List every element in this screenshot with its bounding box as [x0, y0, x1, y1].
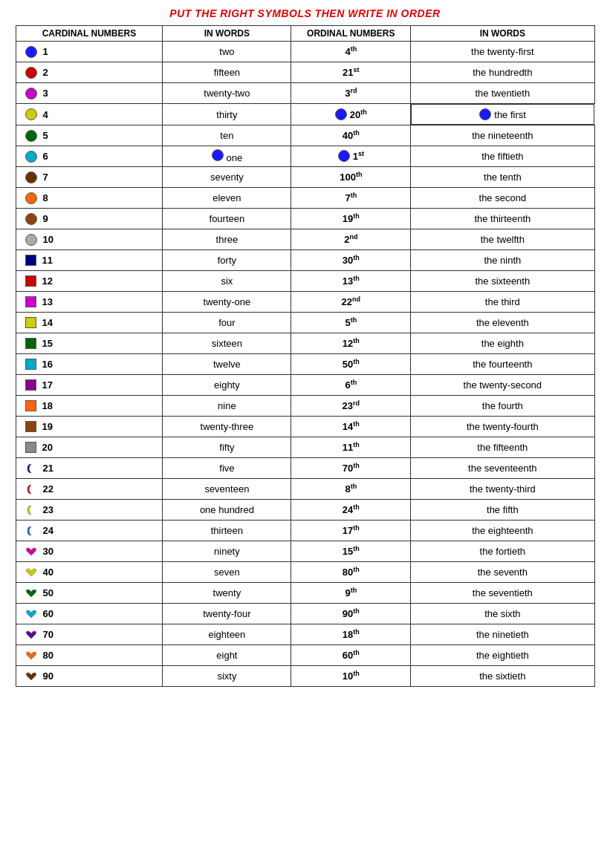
cardinal-number: 19 — [42, 421, 53, 432]
ordinal-number: 18th — [343, 628, 360, 640]
cardinal-number: 11 — [42, 255, 53, 266]
ordinal-number-cell: 30th — [291, 250, 411, 271]
ordinal-number: 40th — [343, 129, 360, 141]
word-cell: five — [163, 458, 291, 479]
symbol-number-cell: 17 — [21, 379, 158, 391]
table-row: 17eighty6ththe twenty-second — [16, 375, 594, 396]
word-cell: three — [163, 229, 291, 250]
symbol-number-cell: 20 — [21, 442, 158, 453]
word-cell: eighty — [163, 375, 291, 396]
ordinal-number: 6th — [345, 379, 357, 391]
ordinal-word: the second — [479, 192, 527, 203]
ordinal-word: the sixtieth — [479, 670, 525, 682]
square-icon — [25, 379, 36, 391]
word-cell: seventeen — [163, 479, 291, 500]
heart-icon — [25, 630, 37, 640]
ordinal-word: the twenty-second — [464, 379, 542, 391]
cardinal-number: 80 — [43, 650, 53, 661]
square-icon — [25, 317, 36, 328]
square-icon — [25, 255, 36, 266]
ordinal-word-cell: the twenty-third — [411, 479, 594, 500]
symbol-number-cell: 24 — [21, 525, 158, 537]
symbol-number-cell: 1 — [21, 46, 158, 58]
ordinal-number: 12th — [343, 337, 360, 349]
ordinal-number-cell: 20th — [291, 104, 411, 125]
ordinal-word-cell: the sixtieth — [411, 666, 594, 687]
ordinal-word: the hundredth — [473, 67, 532, 78]
ordinal-number-cell: 6th — [291, 375, 411, 396]
ordinal-word-cell: the third — [411, 292, 594, 313]
circle-icon — [25, 108, 37, 120]
ordinal-word-circle-icon — [479, 108, 491, 120]
ordinal-word-cell: the hundredth — [411, 62, 594, 83]
word-cell: thirteen — [163, 521, 291, 541]
ordinal-word-cell: the twenty-first — [411, 42, 594, 62]
ordinal-number: 24th — [343, 503, 360, 515]
heart-icon — [25, 671, 37, 682]
table-row: 22seventeen8ththe twenty-third — [16, 479, 594, 500]
table-row: 12six13ththe sixteenth — [16, 271, 594, 292]
ordinal-word-cell: the tenth — [411, 167, 594, 188]
ordinal-number-cell: 14th — [291, 417, 411, 437]
cardinal-number: 23 — [43, 504, 53, 515]
ordinal-word-cell: the fifteenth — [411, 437, 594, 458]
ordinal-word-cell: the first — [411, 104, 594, 125]
word-cell: fifteen — [163, 62, 291, 83]
ordinal-word: the eighteenth — [472, 525, 533, 536]
ordinal-word: the seventieth — [473, 587, 533, 598]
ordinal-number-cell: 8th — [291, 479, 411, 500]
ordinal-number: 30th — [343, 254, 360, 266]
ordinal-word: the nineteenth — [472, 130, 533, 141]
heart-icon — [25, 609, 37, 619]
ordinal-word-cell: the ninetieth — [411, 624, 594, 645]
ordinal-number: 23rd — [343, 399, 360, 411]
ordinal-number: 5th — [345, 316, 357, 328]
ordinal-number-cell: 50th — [291, 354, 411, 375]
ordinal-word: the twelfth — [481, 234, 525, 245]
symbol-number-cell: 50 — [21, 587, 158, 598]
table-row: 6one1stthe fiftieth — [16, 146, 594, 167]
symbol-number-cell: 18 — [21, 400, 158, 411]
ordinal-word-cell: the twelfth — [411, 229, 594, 250]
word-cell: fifty — [163, 437, 291, 458]
circle-icon — [25, 67, 37, 79]
ordinal-number: 14th — [343, 420, 360, 432]
ordinal-number-cell: 2nd — [291, 229, 411, 250]
crescent-icon — [25, 463, 37, 474]
ordinal-word-cell: the fifth — [411, 500, 594, 521]
ordinal-number: 19th — [343, 212, 360, 224]
ordinal-circle-icon — [338, 150, 350, 162]
ordinal-number: 10th — [343, 670, 360, 682]
square-icon — [25, 338, 36, 349]
circle-icon — [25, 130, 37, 142]
ordinal-number: 20th — [350, 108, 367, 120]
table-row: 23one hundred24ththe fifth — [16, 500, 594, 521]
crescent-icon — [25, 483, 37, 495]
symbol-number-cell: 80 — [21, 650, 158, 661]
symbol-number-cell: 40 — [21, 567, 158, 578]
word-cell: ninety — [163, 541, 291, 562]
ordinal-word-cell: the eleventh — [411, 313, 594, 333]
ordinal-number: 4th — [345, 45, 357, 57]
table-row: 30ninety15ththe fortieth — [16, 541, 594, 562]
circle-icon — [25, 213, 37, 225]
cardinal-number: 22 — [43, 483, 53, 495]
ordinal-word-cell: the nineteenth — [411, 125, 594, 146]
cardinal-number: 18 — [42, 400, 53, 411]
ordinal-number-cell: 40th — [291, 125, 411, 146]
cardinal-number: 40 — [43, 567, 53, 578]
page-title: PUT THE RIGHT SYMBOLS THEN WRITE IN ORDE… — [169, 7, 440, 19]
ordinal-number-cell: 13th — [291, 271, 411, 292]
ordinal-number: 15th — [343, 545, 360, 557]
symbol-number-cell: 4 — [21, 108, 158, 120]
cardinal-number: 5 — [43, 130, 48, 141]
symbol-number-cell: 5 — [21, 130, 158, 142]
ordinal-number: 100th — [340, 171, 362, 183]
ordinal-word: the first — [494, 109, 526, 120]
word-cell: six — [163, 271, 291, 292]
ordinal-word: the sixteenth — [475, 275, 530, 287]
cardinal-number: 15 — [42, 338, 53, 349]
symbol-number-cell: 23 — [21, 504, 158, 516]
table-row: 7seventy100ththe tenth — [16, 167, 594, 188]
word-cell: one — [163, 146, 291, 167]
